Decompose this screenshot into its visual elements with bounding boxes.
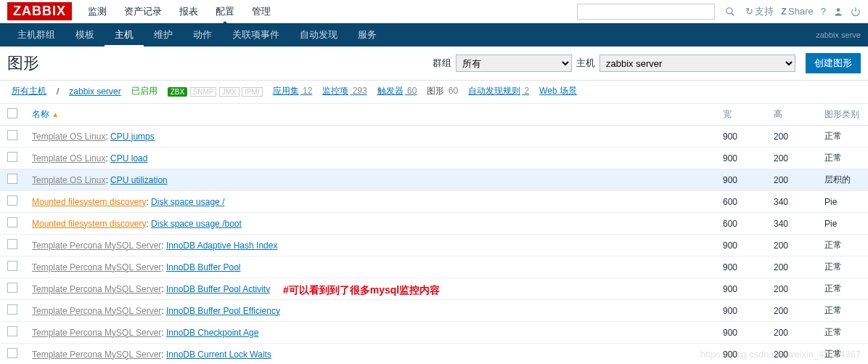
top-menu-item[interactable]: 配置 [207,0,243,24]
row-width: 900 [716,300,766,322]
share-link[interactable]: ZShare [781,6,814,17]
row-height: 200 [766,147,817,169]
template-link[interactable]: Template OS Linux [32,153,105,163]
row-height: 200 [766,256,817,278]
host-tab[interactable]: 触发器 60 [377,86,417,96]
table-row: Template OS Linux: CPU jumps900200正常 [0,126,868,147]
secondary-menu-item[interactable]: 关联项事件 [222,23,290,47]
select-all-checkbox[interactable] [7,108,17,118]
row-name: Template Percona MySQL Server: InnoDB Bu… [25,256,716,278]
graph-link[interactable]: InnoDB Buffer Pool Efficiency [166,306,280,316]
support-link[interactable]: ↻支持 [745,5,774,18]
row-height: 200 [766,235,817,256]
table-row: Template Percona MySQL Server: InnoDB Bu… [0,278,868,300]
filter-host-select[interactable]: zabbix server [599,54,795,72]
row-checkbox[interactable] [7,217,17,227]
all-hosts-link[interactable]: 所有主机 [12,85,46,97]
row-checkbox[interactable] [7,326,17,336]
host-tab[interactable]: 应用集 12 [273,86,313,96]
help-icon[interactable]: ? [821,6,826,17]
user-icon[interactable] [833,7,843,17]
row-height: 200 [766,322,817,344]
row-name: Template Percona MySQL Server: InnoDB Cu… [25,344,716,365]
select-all-cell [0,104,25,126]
template-link[interactable]: Template Percona MySQL Server [32,349,161,360]
search-input[interactable] [577,4,715,20]
top-menu-item[interactable]: 资产记录 [115,0,171,24]
template-link[interactable]: Template Percona MySQL Server [32,306,161,316]
filter-group-label: 群组 [433,57,451,70]
graph-link[interactable]: InnoDB Buffer Pool [166,262,241,272]
col-name-header[interactable]: 名称 ▲ [25,104,716,126]
host-link[interactable]: zabbix server [69,86,120,97]
col-type-header[interactable]: 图形类别 [817,104,868,126]
template-link[interactable]: Template OS Linux [32,175,105,185]
template-link[interactable]: Mounted filesystem discovery [32,197,146,207]
row-type: 正常 [817,300,868,322]
col-width-header[interactable]: 宽 [716,104,766,126]
host-tabstrip: 所有主机 / zabbix server 已启用 ZBX SNMP JMX IP… [0,81,868,104]
secondary-menu-item[interactable]: 主机 [105,23,144,47]
graph-link[interactable]: Disk space usage / [151,197,224,207]
top-menu-item[interactable]: 监测 [79,0,115,24]
row-checkbox[interactable] [7,174,17,184]
graph-link[interactable]: CPU load [110,153,147,163]
host-tab[interactable]: Web 场景 [539,86,577,96]
row-type: 正常 [817,322,868,344]
row-name: Template Percona MySQL Server: InnoDB Ad… [25,235,716,256]
top-bar: ZABBIX 监测资产记录报表配置管理 ↻支持 ZShare ? [0,0,868,23]
graph-link[interactable]: CPU utilization [110,175,168,185]
graph-link[interactable]: InnoDB Current Lock Waits [166,349,271,360]
template-link[interactable]: Template Percona MySQL Server [32,328,161,338]
host-tab[interactable]: 监控项 293 [322,86,367,96]
top-menu-item[interactable]: 管理 [243,0,279,24]
graph-link[interactable]: CPU jumps [110,132,155,142]
table-row: Template Percona MySQL Server: InnoDB Bu… [0,256,868,278]
row-checkbox[interactable] [7,130,17,140]
power-icon[interactable] [851,7,861,17]
table-row: Mounted filesystem discovery: Disk space… [0,213,868,235]
row-checkbox[interactable] [7,304,17,315]
row-checkbox[interactable] [7,239,17,249]
template-link[interactable]: Template OS Linux [32,132,105,142]
template-link[interactable]: Template Percona MySQL Server [32,284,161,294]
row-checkbox[interactable] [7,283,17,293]
template-link[interactable]: Template Percona MySQL Server [32,262,161,272]
row-checkbox[interactable] [7,261,17,271]
svg-point-2 [837,8,840,12]
graph-link[interactable]: InnoDB Buffer Pool Activity [166,284,270,294]
secondary-menu-item[interactable]: 模板 [65,23,105,47]
top-menu-item[interactable]: 报表 [171,0,207,24]
row-checkbox[interactable] [7,152,17,162]
graph-link[interactable]: InnoDB Adaptive Hash Index [166,240,277,251]
row-height: 200 [766,169,817,191]
template-link[interactable]: Mounted filesystem discovery [32,219,146,229]
logo[interactable]: ZABBIX [7,2,72,20]
row-width: 900 [716,256,766,278]
svg-point-0 [726,7,732,13]
host-tab[interactable]: 图形 60 [427,86,458,96]
row-height: 340 [766,213,817,235]
secondary-menu-item[interactable]: 服务 [348,23,387,47]
page-title: 图形 [7,52,433,74]
secondary-menu-item[interactable]: 自动发现 [290,23,348,47]
row-name: Template OS Linux: CPU load [25,147,716,169]
template-link[interactable]: Template Percona MySQL Server [32,240,161,251]
row-name: Mounted filesystem discovery: Disk space… [25,191,716,213]
graph-link[interactable]: InnoDB Checkpoint Age [166,328,258,338]
col-height-header[interactable]: 高 [766,104,817,126]
row-checkbox[interactable] [7,195,17,206]
secondary-menu-item[interactable]: 维护 [144,23,183,47]
zbx-tag: ZBX [168,87,187,97]
watermark: https://blog.csdn.net/weixin_45784367 [700,349,861,360]
host-tab[interactable]: 自动发现规则 2 [468,86,529,96]
search-icon[interactable] [722,4,738,20]
graph-link[interactable]: Disk space usage /boot [151,219,242,229]
row-name: Template OS Linux: CPU utilization [25,169,716,191]
create-graph-button[interactable]: 创建图形 [806,53,861,73]
filter-group-select[interactable]: 所有 [456,54,572,72]
sort-asc-icon: ▲ [52,110,59,118]
row-checkbox[interactable] [7,348,17,358]
secondary-menu-item[interactable]: 主机群组 [7,23,65,47]
secondary-menu-item[interactable]: 动作 [183,23,222,47]
